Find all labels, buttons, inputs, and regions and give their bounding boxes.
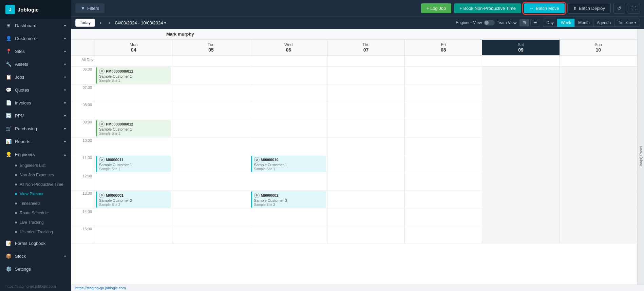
allday-fri	[405, 56, 482, 66]
cell-thu-15	[327, 226, 405, 243]
sidebar-item-label: PPM	[15, 113, 24, 118]
cell-wed-13: ⊘ M0000002 Sample Customer 3 Sample Site…	[250, 191, 327, 209]
sidebar-item-route-schedule[interactable]: Route Schedule	[15, 208, 71, 218]
calendar-area: Mark murphy Mon 04 Tue 05 Wed 06 Thu	[71, 29, 644, 285]
person-header: Mark murphy	[71, 29, 637, 40]
time-label-12: 12:00	[71, 173, 95, 190]
job-card-m0001[interactable]: ⊘ M0000001 Sample Customer 2 Sample Site…	[96, 191, 171, 208]
cell-sat-06	[482, 66, 560, 84]
timeline-view-button[interactable]: Timeline ▾	[614, 19, 640, 27]
log-job-button[interactable]: + Log Job	[421, 3, 451, 13]
month-view-button[interactable]: Month	[574, 19, 593, 27]
cell-fri-12	[405, 173, 482, 190]
sidebar-item-sites[interactable]: 📍 Sites ▾	[0, 45, 71, 58]
invoices-icon: 📄	[5, 100, 12, 106]
cell-mon-12	[95, 173, 172, 190]
view-icons: ⊞ ☰	[519, 19, 540, 26]
sidebar-item-reports[interactable]: 📊 Reports ▾	[0, 135, 71, 148]
time-label-13: 13:00	[71, 191, 95, 209]
refresh-button[interactable]: ↺	[613, 3, 625, 14]
timeline-chevron-icon: ▾	[634, 21, 636, 24]
jobs-panel-tab[interactable]: Job(s) Panel	[637, 29, 644, 285]
filter-button[interactable]: ▼ Filters	[75, 3, 105, 13]
time-label-11: 11:00	[71, 155, 95, 173]
book-non-productive-button[interactable]: + Book Non-Productive Time	[454, 3, 521, 13]
cell-mon-09: ⊘ PM0000000/012 Sample Customer 1 Sample…	[95, 119, 172, 137]
cell-sat-13	[482, 191, 560, 209]
sidebar-item-label: Settings	[15, 267, 31, 272]
quotes-icon: 💬	[5, 87, 12, 93]
cell-sun-08	[560, 102, 637, 119]
cell-mon-13: ⊘ M0000001 Sample Customer 2 Sample Site…	[95, 191, 172, 209]
time-row-07: 07:00	[71, 85, 637, 102]
time-row-14: 14:00	[71, 209, 637, 226]
chevron-down-icon: ▾	[64, 140, 66, 143]
sidebar-item-invoices[interactable]: 📄 Invoices ▾	[0, 96, 71, 109]
cell-thu-07	[327, 85, 405, 102]
chevron-down-icon: ▾	[64, 127, 66, 131]
sidebar-item-non-job-expenses[interactable]: Non Job Expenses	[15, 170, 71, 180]
job-card-m0010[interactable]: ⊘ M0000010 Sample Customer 1 Sample Site…	[251, 156, 326, 172]
sidebar-item-live-tracking[interactable]: Live Tracking	[15, 218, 71, 227]
list-view-button[interactable]: ☰	[530, 19, 540, 26]
sidebar-item-engineers[interactable]: 👷 Engineers ▴	[0, 148, 71, 161]
job-card-m0011[interactable]: ⊘ M0000011 Sample Customer 1 Sample Site…	[96, 156, 171, 172]
day-header-sun: Sun 10	[560, 40, 637, 55]
sidebar-item-ppm[interactable]: 🔄 PPM ▾	[0, 109, 71, 122]
job-icon: ⊘	[99, 157, 105, 162]
next-week-button[interactable]: ›	[106, 19, 112, 26]
cell-wed-12	[250, 173, 327, 190]
batch-deploy-button[interactable]: ⬆ Batch Deploy	[567, 3, 611, 14]
grid-view-button[interactable]: ⊞	[519, 19, 529, 26]
job-card-pm012[interactable]: ⊘ PM0000000/012 Sample Customer 1 Sample…	[96, 120, 171, 137]
sidebar-item-stock[interactable]: 📦 Stock ▾	[0, 250, 71, 263]
time-label-14: 14:00	[71, 209, 95, 226]
sidebar-item-purchasing[interactable]: 🛒 Purchasing ▾	[0, 122, 71, 135]
job-card-pm011[interactable]: ⊘ PM0000000/011 Sample Customer 1 Sample…	[96, 67, 171, 84]
job-card-m0002[interactable]: ⊘ M0000002 Sample Customer 3 Sample Site…	[251, 191, 326, 208]
cell-wed-11: ⊘ M0000010 Sample Customer 1 Sample Site…	[250, 155, 327, 173]
sidebar-item-customers[interactable]: 👤 Customers ▾	[0, 32, 71, 45]
sidebar-item-settings[interactable]: ⚙️ Settings	[0, 263, 71, 275]
time-label-07: 07:00	[71, 85, 95, 102]
day-view-button[interactable]: Day	[543, 19, 557, 27]
job-icon: ⊘	[99, 121, 105, 127]
dashboard-icon: ⊞	[5, 22, 12, 28]
today-button[interactable]: Today	[75, 19, 95, 27]
cell-tue-12	[172, 173, 250, 190]
sidebar-item-timesheets[interactable]: Timesheets	[15, 199, 71, 208]
cell-sat-09	[482, 119, 560, 137]
sidebar-item-dashboard[interactable]: ⊞ Dashboard ▾	[0, 19, 71, 32]
sidebar-item-label: Quotes	[15, 88, 29, 93]
engineer-view-toggle[interactable]	[484, 20, 495, 25]
allday-mon	[95, 56, 172, 66]
week-view-button[interactable]: Week	[557, 19, 574, 27]
sidebar-item-engineers-list[interactable]: Engineers List	[15, 161, 71, 170]
status-url: https://staging-go.joblogic.com	[75, 286, 126, 290]
sidebar: J Joblogic ⊞ Dashboard ▾ 👤 Customers ▾ 📍…	[0, 0, 71, 291]
sidebar-item-forms-logbook[interactable]: 📝 Forms Logbook	[0, 237, 71, 250]
sidebar-footer: https://staging-go.joblogic.com	[0, 282, 71, 291]
settings-icon: ⚙️	[5, 266, 12, 272]
main-content: ▼ Filters + Log Job + Book Non-Productiv…	[71, 0, 644, 291]
sidebar-item-assets[interactable]: 🔧 Assets ▾	[0, 58, 71, 71]
dot-icon	[15, 221, 17, 224]
batch-move-button[interactable]: ↔ Batch Move	[524, 3, 565, 13]
cell-wed-10	[250, 138, 327, 155]
cell-wed-06	[250, 66, 327, 84]
day-header-row: Mon 04 Tue 05 Wed 06 Thu 07 Fri 08	[71, 40, 637, 56]
date-range-dropdown-icon: ▾	[164, 21, 166, 25]
time-row-13: 13:00 ⊘ M0000001 Sample Customer 2 Sampl…	[71, 191, 637, 209]
sidebar-item-quotes[interactable]: 💬 Quotes ▾	[0, 83, 71, 96]
sidebar-item-view-planner[interactable]: View Planner	[15, 189, 71, 199]
forms-logbook-icon: 📝	[5, 240, 12, 246]
prev-week-button[interactable]: ‹	[98, 19, 103, 26]
sidebar-item-jobs[interactable]: 📋 Jobs ▾	[0, 71, 71, 83]
time-row-11: 11:00 ⊘ M0000011 Sample Customer 1 Sampl…	[71, 155, 637, 173]
agenda-view-button[interactable]: Agenda	[593, 19, 614, 27]
cell-mon-07	[95, 85, 172, 102]
fullscreen-button[interactable]: ⛶	[628, 3, 640, 14]
sidebar-item-historical-tracking[interactable]: Historical Tracking	[15, 227, 71, 237]
sidebar-item-all-non-productive[interactable]: All Non-Productive Time	[15, 180, 71, 189]
sidebar-item-label: Sites	[15, 49, 25, 54]
